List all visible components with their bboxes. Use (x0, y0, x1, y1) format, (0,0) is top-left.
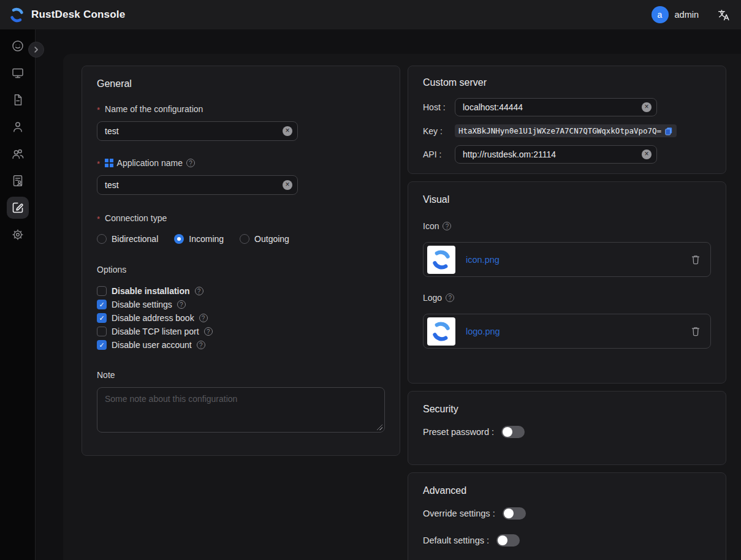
sidebar-item-custom-clients[interactable] (7, 197, 29, 219)
clear-icon[interactable] (283, 126, 292, 136)
delete-icon[interactable] (691, 254, 701, 265)
help-icon[interactable] (197, 341, 205, 349)
config-name-label: Name of the configuration (97, 104, 385, 114)
help-icon[interactable] (199, 314, 208, 322)
sidebar-item-logs[interactable] (7, 89, 29, 111)
security-title: Security (423, 404, 711, 415)
logo-thumbnail (427, 317, 455, 346)
checkbox-disable-address-book[interactable]: Disable address book (97, 311, 385, 325)
sidebar (0, 29, 36, 560)
connection-type-group: Bidirectional Incoming Outgoing (97, 234, 385, 244)
help-icon[interactable] (177, 300, 186, 309)
checkbox-box (97, 300, 107, 309)
sidebar-item-address-books[interactable] (7, 170, 29, 192)
custom-server-title: Custom server (423, 77, 711, 88)
gear-icon (11, 228, 25, 241)
api-label: API : (423, 149, 455, 159)
app-body: General Name of the configuration Applic… (0, 29, 741, 560)
key-value-pill: HtaXBkJNHyn0e1U1jWXze7A7CN7QTGWqxkOtpaVp… (455, 124, 677, 137)
api-input[interactable] (455, 145, 657, 164)
sidebar-item-status[interactable] (7, 35, 29, 57)
clear-icon[interactable] (642, 102, 652, 112)
checkbox-box (97, 286, 107, 296)
config-name-input[interactable] (97, 121, 298, 141)
help-icon[interactable] (195, 287, 203, 295)
override-settings-label: Override settings : (423, 509, 495, 518)
help-icon[interactable] (186, 159, 195, 167)
default-settings-row: Default settings : (423, 534, 711, 547)
sidebar-expand-button[interactable] (28, 42, 44, 58)
document-user-icon (11, 174, 25, 187)
preset-password-row: Preset password : (423, 426, 711, 438)
checkbox-box (97, 327, 107, 336)
sidebar-item-users[interactable] (7, 116, 29, 138)
host-input[interactable] (455, 98, 657, 116)
copy-icon[interactable] (664, 127, 673, 135)
custom-server-card: Custom server Host : Key : HtaXBkJNHyn0e… (408, 66, 726, 174)
checkbox-disable-settings[interactable]: Disable settings (97, 298, 385, 311)
app-name-input[interactable] (97, 175, 298, 195)
advanced-title: Advanced (423, 485, 711, 496)
radio-outgoing[interactable]: Outgoing (240, 234, 289, 244)
help-icon[interactable] (446, 293, 454, 302)
note-field (97, 387, 385, 435)
app-title: RustDesk Console (31, 9, 125, 21)
override-settings-toggle[interactable] (503, 507, 526, 520)
preset-password-label: Preset password : (423, 427, 494, 437)
document-icon (11, 93, 25, 107)
language-translate-icon[interactable] (717, 9, 730, 21)
radio-dot (97, 234, 107, 244)
options-group: Disable installation Disable settings Di… (97, 284, 385, 352)
connection-type-label: Connection type (97, 213, 385, 223)
app-name-label: Application name (97, 158, 385, 168)
logo-file-link[interactable]: logo.png (466, 327, 500, 336)
radio-bidirectional[interactable]: Bidirectional (97, 234, 158, 244)
icon-label: Icon (423, 221, 711, 231)
override-settings-row: Override settings : (423, 507, 711, 520)
logo-label: Logo (423, 293, 711, 303)
edit-icon (11, 201, 25, 214)
checkbox-disable-installation[interactable]: Disable installation (97, 284, 385, 298)
default-settings-toggle[interactable] (496, 534, 520, 547)
delete-icon[interactable] (691, 326, 701, 336)
help-icon[interactable] (204, 327, 213, 336)
key-value: HtaXBkJNHyn0e1U1jWXze7A7CN7QTGWqxkOtpaVp… (458, 126, 661, 135)
api-field (455, 145, 657, 164)
group-icon (11, 147, 25, 161)
icon-thumbnail (427, 246, 455, 274)
note-label: Note (97, 370, 385, 380)
config-name-field (97, 121, 298, 141)
note-textarea[interactable] (97, 387, 385, 433)
icon-file-link[interactable]: icon.png (466, 255, 500, 265)
icon-upload-box: icon.png (423, 242, 711, 277)
help-icon[interactable] (443, 222, 451, 230)
clear-icon[interactable] (283, 180, 292, 190)
monitor-icon (11, 66, 25, 80)
top-bar: RustDesk Console a admin (0, 0, 741, 29)
advanced-card: Advanced Override settings : Default set… (408, 472, 726, 560)
sidebar-item-groups[interactable] (7, 143, 29, 165)
host-label: Host : (423, 102, 455, 112)
checkbox-disable-user-account[interactable]: Disable user account (97, 338, 385, 352)
app-name-field (97, 175, 298, 195)
checkbox-box (97, 313, 107, 323)
checkbox-disable-tcp-listen-port[interactable]: Disable TCP listen port (97, 325, 385, 338)
sidebar-item-devices[interactable] (7, 62, 29, 84)
sidebar-item-settings[interactable] (7, 224, 29, 246)
user-name[interactable]: admin (675, 10, 699, 20)
key-label: Key : (423, 126, 455, 136)
security-card: Security Preset password : (408, 391, 726, 465)
clear-icon[interactable] (642, 149, 652, 159)
options-label: Options (97, 265, 385, 274)
preset-password-toggle[interactable] (501, 426, 525, 438)
windows-logo-icon (105, 159, 113, 167)
main-panel: General Name of the configuration Applic… (63, 54, 741, 560)
general-title: General (97, 78, 385, 89)
user-icon (11, 120, 25, 134)
avatar[interactable]: a (652, 6, 669, 23)
visual-card: Visual Icon icon.png (408, 181, 726, 384)
radio-dot (240, 234, 249, 244)
visual-title: Visual (423, 194, 711, 205)
radio-incoming[interactable]: Incoming (174, 234, 224, 244)
rustdesk-logo-icon (9, 7, 25, 23)
